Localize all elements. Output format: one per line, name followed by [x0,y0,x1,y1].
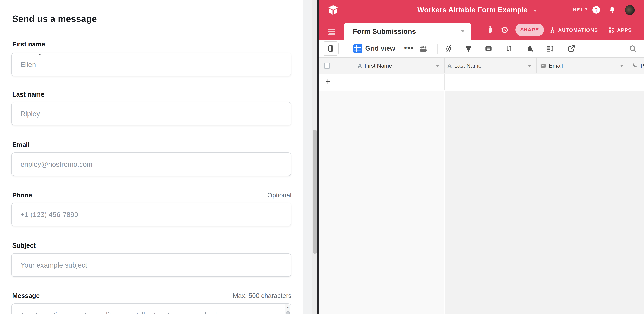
phone-label: Phone [12,192,32,199]
help-button[interactable]: HELP [573,0,588,20]
panel-toggle-icon [326,45,335,53]
sort-icon[interactable] [505,45,513,53]
apps-button[interactable]: APPS [607,20,632,40]
row-height-icon[interactable] [545,45,554,53]
form-title: Send us a message [12,14,97,24]
grid-view-icon[interactable] [353,44,362,53]
message-maxlength-hint: Max. 500 characters [233,292,292,300]
message-textarea[interactable]: Tenetur optio quaerat expedite vero et i… [11,303,292,314]
first-name-label: First name [12,41,45,48]
trash-icon[interactable] [486,25,494,34]
column-header-email[interactable]: Email [537,58,629,74]
hide-fields-icon[interactable] [444,45,453,53]
subject-input[interactable] [11,253,292,277]
share-view-icon[interactable] [567,45,576,53]
chevron-down-icon[interactable] [528,65,532,67]
help-question-icon[interactable]: ? [592,6,600,14]
tab-form-submissions[interactable]: Form Submissions [344,23,471,40]
collaborators-icon[interactable] [419,45,428,53]
text-field-icon: A [448,58,452,74]
last-name-label: Last name [12,91,44,98]
hamburger-menu-icon[interactable] [328,29,336,35]
view-name[interactable]: Grid view [365,40,395,57]
apps-icon [607,26,616,34]
grid-empty-area-left [319,90,444,314]
grid-header-row: A First Name A Last Name Email [319,58,644,74]
add-record-row[interactable]: + [319,74,644,90]
email-field-icon [540,63,546,69]
group-icon[interactable] [484,45,493,53]
chevron-down-icon[interactable] [620,65,624,67]
phone-field-icon [632,63,638,69]
user-avatar[interactable] [625,5,635,15]
chevron-down-icon [534,10,537,12]
message-scrollbar[interactable]: ▲ [285,304,290,314]
chevron-down-icon [461,31,464,33]
subject-label: Subject [12,242,36,249]
phone-optional-hint: Optional [267,192,292,199]
page-scrollbar-thumb[interactable] [312,130,317,253]
column-divider [444,74,444,90]
filter-icon[interactable] [464,45,473,53]
apps-label: APPS [617,27,632,33]
toolbar-divider [437,44,438,54]
view-toolbar: Grid view ••• [319,40,644,58]
scroll-up-arrow-icon[interactable]: ▲ [285,304,290,310]
last-name-input[interactable] [11,102,292,125]
add-record-plus-icon[interactable]: + [325,74,331,90]
message-placeholder: Tenetur optio quaerat expedite vero et i… [20,311,283,314]
automations-button[interactable]: AUTOMATIONS [548,20,598,40]
grid-empty-area-right [444,90,644,314]
view-sidebar-toggle-button[interactable] [322,41,338,56]
chevron-down-icon[interactable] [436,65,439,67]
page-scrollbar[interactable] [312,0,318,314]
text-field-icon: A [358,58,362,74]
message-scrollbar-thumb[interactable] [286,311,290,314]
tab-label: Form Submissions [353,23,416,40]
automations-icon [548,26,557,34]
column-header-last-name[interactable]: A Last Name [444,58,536,74]
history-icon[interactable] [500,25,509,34]
automations-label: AUTOMATIONS [558,27,598,33]
page-gutter [304,0,312,314]
notifications-bell-icon[interactable] [608,6,616,14]
message-label: Message [12,292,40,300]
screen: Send us a message First name Last name E… [0,0,644,314]
contact-form-pane: Send us a message First name Last name E… [0,0,304,314]
window-divider [318,0,319,314]
column-header-first-name[interactable]: A First Name [319,58,444,74]
base-title: Workers Airtable Form Example [418,6,528,14]
table-tab-bar: Form Submissions SHARE [319,20,644,40]
color-icon[interactable] [526,45,534,53]
view-options-ellipsis[interactable]: ••• [404,40,414,56]
base-title-menu[interactable]: Workers Airtable Form Example [319,0,640,20]
search-icon[interactable] [629,45,637,53]
share-button[interactable]: SHARE [515,24,544,36]
email-input[interactable] [11,152,292,176]
phone-input[interactable] [11,203,292,226]
first-name-input[interactable] [11,53,292,76]
column-header-phone[interactable]: Phone [629,58,644,74]
airtable-pane: Workers Airtable Form Example HELP ? For… [319,0,644,314]
airtable-top-bar: Workers Airtable Form Example HELP ? [319,0,644,20]
email-label: Email [12,141,30,149]
